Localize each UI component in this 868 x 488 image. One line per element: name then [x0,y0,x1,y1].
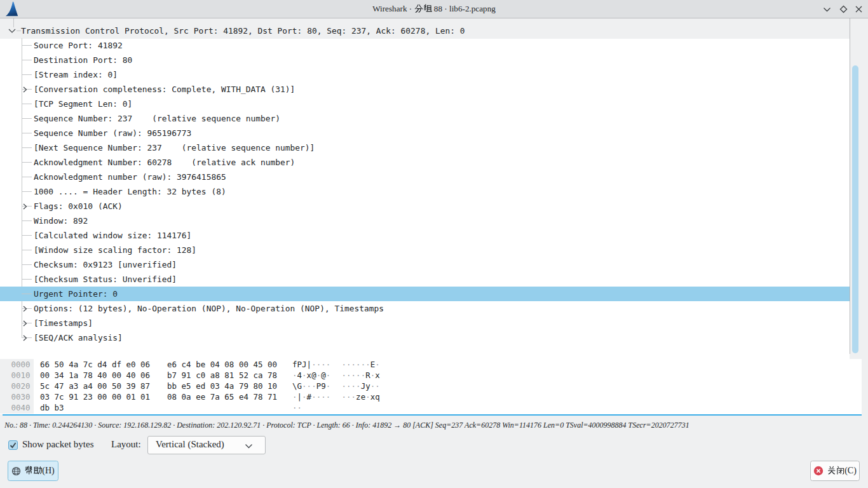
hex-offset: 0040 [11,402,31,413]
tree-branch-dash [22,177,32,177]
expanded-chevron-icon[interactable] [8,29,16,33]
hex-row[interactable]: 000066 50 4a 7c d4 df e0 06e6 c4 be 04 0… [0,359,862,370]
hex-bytes: db b3 [40,402,64,413]
tree-row-label: Source Port: 41892 [34,38,123,53]
tree-row-label: [SEQ/ACK analysis] [34,330,123,345]
hex-row[interactable]: 001000 34 1a 78 40 00 40 06b7 91 c0 a8 8… [0,370,862,381]
close-button[interactable]: (C) [810,461,860,481]
hex-bytes: 66 50 4a 7c d4 df e0 06 [40,359,150,370]
collapsed-chevron-icon[interactable] [23,203,27,210]
hex-offset: 0030 [11,391,31,402]
hex-ascii: ····Jy·· [342,381,380,391]
collapsed-chevron-icon[interactable] [23,320,27,327]
tree-row[interactable]: Transmission Control Protocol, Src Port:… [0,24,850,38]
minimize-button[interactable] [823,0,831,18]
tree-branch-dash [22,250,32,250]
tree-row-label: [Timestamps] [34,316,93,330]
tree-row[interactable]: 1000 .... = Header Length: 32 bytes (8) [0,184,850,199]
layout-label: Layout: [111,439,141,450]
tree-row-label: [Stream index: 0] [34,67,118,82]
tree-branch-dash [22,147,32,148]
collapsed-chevron-icon[interactable] [23,86,27,93]
tree-row[interactable]: [Next Sequence Number: 237 (relative seq… [0,140,850,155]
tree-branch-dash [22,220,32,221]
tree-row[interactable]: Acknowledgment Number: 60278 (relative a… [0,155,850,170]
show-packet-bytes-label[interactable]: Show packet bytes [22,439,93,450]
close-red-icon [813,466,824,476]
tree-row[interactable]: Urgent Pointer: 0 [0,287,850,301]
hex-ascii: ·|·#···· [292,391,330,402]
hex-row[interactable]: 003003 7c 91 23 00 00 01 0108 0a ee 7a 6… [0,391,862,402]
tree-row-label: Urgent Pointer: 0 [34,287,118,301]
hex-ascii: ·4·x@·@· [292,370,330,381]
tree-row[interactable]: Sequence Number (raw): 965196773 [0,126,850,140]
close-window-button[interactable] [855,0,863,18]
tree-row[interactable]: [Checksum Status: Unverified] [0,272,850,287]
tree-row-label: [Window size scaling factor: 128] [34,243,196,257]
hex-row[interactable]: 0040db b3·· [0,402,862,413]
tree-branch-dash [22,279,32,280]
tree-row-label: Options: (12 bytes), No-Operation (NOP),… [34,301,384,316]
tree-row-label: [Next Sequence Number: 237 (relative seq… [34,140,315,155]
tree-row-label: Destination Port: 80 [34,53,132,67]
hex-ascii: ·· [292,402,302,413]
tree-branch-dash [17,30,21,31]
window-title: Wireshark · 88 · lib6-2.pcapng [0,4,868,14]
hex-bytes: 00 34 1a 78 40 00 40 06 [40,370,150,381]
tree-branch-dash [22,162,32,163]
collapsed-chevron-icon[interactable] [23,306,27,312]
show-packet-bytes-checkbox[interactable] [8,440,18,450]
titlebar[interactable]: Wireshark · 88 · lib6-2.pcapng [0,0,868,18]
tree-row[interactable]: [Window size scaling factor: 128] [0,243,850,257]
tree-row[interactable]: [Timestamps] [0,316,850,330]
tree-row[interactable]: [TCP Segment Len: 0] [0,97,850,111]
tree-branch-dash [22,294,32,294]
tree-row[interactable]: Window: 892 [0,214,850,228]
hex-bytes: bb e5 ed 03 4a 79 80 10 [167,381,277,391]
tree-row-label: [TCP Segment Len: 0] [34,97,132,111]
tree-row-label: Acknowledgment number (raw): 3976415865 [34,170,226,184]
tree-row-label: Flags: 0x010 (ACK) [34,199,123,214]
hex-offset: 0010 [11,370,31,381]
tree-row[interactable]: Sequence Number: 237 (relative sequence … [0,111,850,126]
tree-branch-dash [22,74,32,75]
tree-branch-dash [22,118,32,119]
help-button[interactable]: (H) [8,461,58,481]
hex-bytes: b7 91 c0 a8 81 52 ca 78 [167,370,277,381]
maximize-button[interactable] [839,0,848,18]
tree-scrollbar-thumb[interactable] [852,65,858,353]
tree-row-label: Checksum: 0x9123 [unverified] [34,257,177,272]
tree-row[interactable]: [SEQ/ACK analysis] [0,330,850,345]
tree-row[interactable]: Flags: 0x010 (ACK) [0,199,850,214]
hex-bytes: 5c 47 a3 a4 00 50 39 87 [40,381,150,391]
hex-ascii: fPJ|···· [292,359,330,370]
tree-row[interactable]: Options: (12 bytes), No-Operation (NOP),… [0,301,850,316]
tree-row[interactable]: Checksum: 0x9123 [unverified] [0,257,850,272]
hex-ascii: \G···P9· [292,381,330,391]
hex-ascii: ·····R·x [342,370,380,381]
tree-row-label: 1000 .... = Header Length: 32 bytes (8) [34,184,226,199]
hex-bytes: 08 0a ee 7a 65 e4 78 71 [167,391,277,402]
tree-row[interactable]: Source Port: 41892 [0,38,850,53]
tree-row-label: [Calculated window size: 114176] [34,228,191,243]
tree-row-label: [Conversation completeness: Complete, WI… [34,82,295,97]
hex-bytes: 03 7c 91 23 00 00 01 01 [40,391,150,402]
tree-row[interactable]: Acknowledgment number (raw): 3976415865 [0,170,850,184]
close-button-label: (C) [827,466,857,476]
tree-row-label: Sequence Number (raw): 965196773 [34,126,191,140]
tree-branch-dash [22,235,32,236]
tree-row[interactable]: [Stream index: 0] [0,67,850,82]
tree-row[interactable]: [Calculated window size: 114176] [0,228,850,243]
tree-row[interactable]: Destination Port: 80 [0,53,850,67]
minimize-icon [823,7,831,12]
chevron-down-icon [245,444,253,449]
collapsed-chevron-icon[interactable] [23,335,27,341]
layout-dropdown[interactable]: Vertical (Stacked) [147,436,266,454]
packet-detail-tree[interactable]: Transmission Control Protocol, Src Port:… [0,18,850,359]
tree-row[interactable]: [Conversation completeness: Complete, WI… [0,82,850,97]
tree-branch-dash [22,133,32,133]
help-globe-icon [11,466,21,476]
checkmark-icon [9,441,17,449]
hex-row[interactable]: 00205c 47 a3 a4 00 50 39 87bb e5 ed 03 4… [0,381,862,391]
packet-bytes-pane[interactable]: 000066 50 4a 7c d4 df e0 06e6 c4 be 04 0… [0,359,862,414]
